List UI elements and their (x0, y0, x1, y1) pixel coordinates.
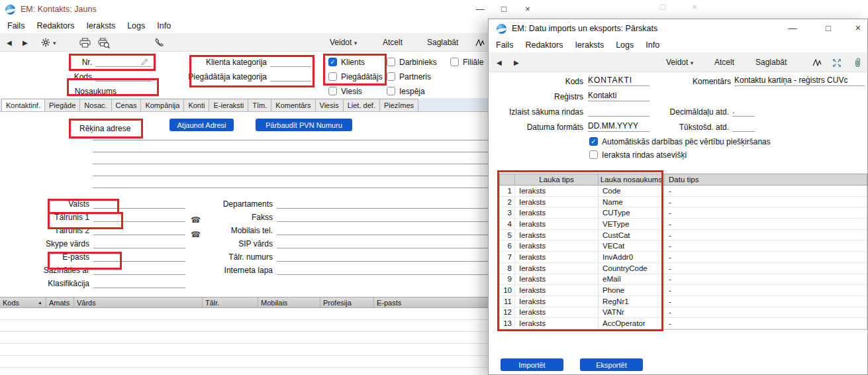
tukstosd-atd-input[interactable] (732, 121, 755, 132)
imports-titlebar[interactable]: EM: Datu imports un eksports: Pārskats (489, 19, 867, 38)
table-row[interactable] (0, 344, 540, 356)
tab[interactable]: Cenas (111, 99, 142, 111)
forward-icon[interactable]: ▶ (514, 59, 519, 66)
checkbox-piegadatajs[interactable]: Piegādātājs (328, 72, 383, 81)
menu-item[interactable]: Info (151, 21, 177, 30)
checkbox-filiale[interactable]: Filiāle (450, 57, 483, 67)
attachment-icon[interactable] (853, 58, 861, 70)
tab[interactable]: Tīm. (248, 99, 271, 111)
tab[interactable]: Piegāde (44, 99, 80, 111)
import-table-row[interactable]: 10 Ieraksts Phone - (500, 285, 867, 296)
close-button[interactable]: × (849, 22, 867, 33)
phone-icon[interactable] (154, 38, 164, 50)
tab[interactable]: Komentārs (271, 99, 315, 111)
menu-item[interactable]: Ieraksts (80, 21, 121, 30)
close-button[interactable]: × (519, 4, 536, 14)
import-table-row[interactable]: 6 Ieraksts VECat - (500, 241, 867, 252)
gear-icon[interactable] (41, 38, 50, 49)
import-table-row[interactable]: 5 Ieraksts CustCat - (500, 230, 867, 241)
contact-field-input[interactable] (93, 279, 185, 288)
activity-icon[interactable] (475, 38, 485, 49)
klients-checkbox[interactable] (328, 58, 337, 66)
eksportet-button[interactable]: Eksportēt (580, 358, 643, 371)
tab[interactable]: Liet. def. (343, 99, 380, 111)
table-row[interactable] (0, 332, 540, 344)
veidot-button[interactable]: Veidot ▾ (330, 38, 357, 47)
menu-item[interactable]: Info (640, 40, 665, 50)
import-table-row[interactable]: 9 Ieraksts eMail - (500, 274, 867, 286)
checkbox-automatiskas-darbibas[interactable]: Automātiskās darbības pēc vērtību piešķi… (589, 136, 771, 146)
contact-field-input[interactable] (93, 252, 185, 262)
gear-dropdown-icon[interactable]: ▾ (53, 40, 56, 46)
nosaukums-input[interactable] (120, 85, 157, 96)
maximize-button[interactable]: □ (495, 4, 512, 14)
contact-field-input[interactable] (93, 226, 185, 235)
tab[interactable]: Piezīmes (379, 99, 418, 111)
tab[interactable]: E-ieraksti (209, 99, 248, 111)
table-row[interactable] (0, 368, 540, 375)
partneris-checkbox[interactable] (387, 72, 395, 81)
atcelt-button[interactable]: Atcelt (714, 58, 734, 67)
back-icon[interactable]: ◀ (497, 59, 502, 66)
column-header-lauka-nosaukums[interactable]: Lauka nosaukums (599, 174, 665, 185)
checkbox-iespeja[interactable]: Iespēja (387, 86, 425, 96)
import-table-row[interactable]: 3 Ieraksts CUType - (500, 207, 867, 219)
contact-field-input[interactable] (277, 266, 488, 275)
address-line-input[interactable] (93, 154, 488, 164)
tab[interactable]: Konti (183, 99, 209, 111)
import-table-row[interactable]: 13 Ieraksts AccOperator - (500, 318, 867, 329)
menu-item[interactable]: Fails (490, 40, 519, 50)
table-row[interactable] (0, 308, 540, 320)
checkbox-klients[interactable]: Klients (328, 57, 365, 67)
contact-field-input[interactable] (93, 213, 185, 222)
kontakts-titlebar[interactable]: EM: Kontakts: Jauns (0, 0, 540, 19)
import-table-row[interactable]: 11 Ieraksts RegNr1 - (500, 296, 867, 307)
piegadataja-kategorija-input[interactable] (270, 71, 311, 81)
import-table-row[interactable]: 7 Ieraksts InvAddr0 - (500, 252, 867, 263)
import-table-row[interactable]: 12 Ieraksts VATNr - (500, 307, 867, 319)
menu-item[interactable]: Logs (610, 40, 640, 50)
import-table-row[interactable]: 8 Ieraksts CountryCode - (500, 263, 867, 274)
saglabat-button[interactable]: Saglabāt (427, 38, 458, 47)
registrs-input[interactable]: Kontakti (588, 91, 650, 101)
decimaldalu-atd-input[interactable]: . (732, 106, 755, 117)
checkbox-darbinieks[interactable]: Darbinieks (387, 57, 437, 67)
minimize-button[interactable]: — (784, 23, 801, 33)
tab[interactable]: Kompānija (140, 99, 184, 111)
iespeja-checkbox[interactable] (387, 87, 395, 95)
contact-field-input[interactable] (93, 239, 185, 248)
activity-icon[interactable] (812, 58, 822, 69)
atcelt-button[interactable]: Atcelt (383, 38, 403, 47)
menu-item[interactable]: Fails (1, 21, 30, 30)
tab[interactable]: Nosac. (79, 99, 111, 111)
address-line-input[interactable] (93, 178, 488, 188)
veidot-button[interactable]: Veidot ▾ (666, 58, 693, 67)
checkbox-viesis[interactable]: Viesis (328, 86, 362, 96)
import-table-row[interactable]: 4 Ieraksts VEType - (500, 219, 867, 230)
menu-item[interactable]: Logs (121, 21, 151, 30)
darbinieks-checkbox[interactable] (387, 58, 395, 66)
column-header-amats[interactable]: Amats (46, 297, 74, 307)
importet-button[interactable]: Importēt (501, 358, 563, 371)
tab[interactable]: Viesis (315, 99, 344, 111)
print-icon[interactable] (79, 38, 91, 50)
minimize-button[interactable]: — (471, 4, 489, 14)
import-table-row[interactable]: 2 Ieraksts Name - (500, 197, 867, 208)
column-header-kods[interactable]: Kods▲ (0, 297, 46, 307)
menu-item[interactable]: Redaktors (30, 21, 80, 30)
checkbox-partneris[interactable]: Partneris (387, 72, 431, 81)
column-header-datu-tips[interactable]: Datu tips (665, 174, 867, 185)
filiale-checkbox[interactable] (450, 58, 459, 66)
contact-field-input[interactable] (93, 266, 185, 275)
address-line-input[interactable] (93, 166, 488, 176)
address-line-input[interactable] (93, 142, 488, 152)
tab[interactable]: Kontaktinf. (1, 99, 45, 111)
contact-field-input[interactable] (277, 199, 488, 209)
komentars-input[interactable]: Kontaktu kartiņa - reģistrs CUVc (734, 76, 865, 86)
checkbox-ieraksta-rindas[interactable]: Ieraksta rindas atsevišķi (589, 150, 687, 160)
table-row[interactable] (0, 320, 540, 332)
saglabat-button[interactable]: Saglabāt (755, 58, 787, 67)
column-header-talr[interactable]: Tālr. (203, 297, 258, 307)
column-header-mobilais[interactable]: Mobilais (258, 297, 320, 307)
contact-field-input[interactable] (277, 213, 488, 222)
